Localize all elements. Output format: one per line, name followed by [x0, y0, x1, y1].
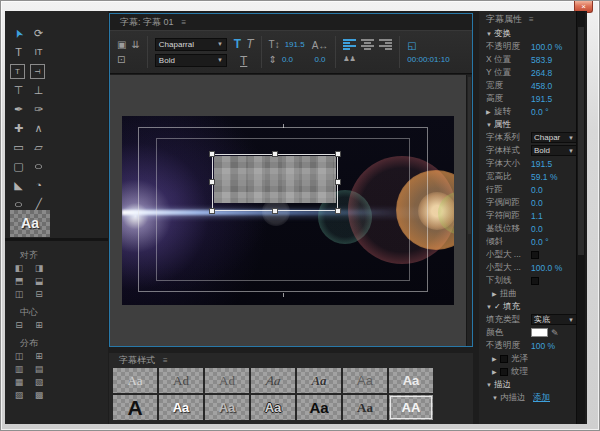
align-text-left-button[interactable] — [343, 39, 356, 50]
center-horizontal-icon[interactable]: ⊟ — [12, 319, 26, 332]
y-position-value[interactable]: 264.8 — [531, 68, 552, 78]
small-caps-size-value[interactable]: 100.0 % — [531, 263, 562, 273]
bold-button[interactable]: T — [234, 37, 241, 51]
roll-crawl-icon[interactable]: ⇊ — [131, 39, 139, 51]
align-top-icon[interactable]: ⬒ — [12, 275, 26, 288]
rectangle-tool-icon[interactable]: ▭ — [10, 139, 27, 157]
style-swatch[interactable]: Aa — [389, 368, 433, 393]
templates-icon[interactable]: ⊡ — [117, 54, 125, 66]
properties-scrollbar[interactable] — [576, 11, 585, 424]
properties-section-header[interactable]: ▼属性 — [479, 118, 585, 131]
align-text-center-button[interactable] — [361, 39, 374, 50]
align-hcenter-icon[interactable]: ◫ — [12, 288, 26, 301]
distribute-top-icon[interactable]: ⊞ — [32, 350, 46, 363]
align-text-right-button[interactable] — [379, 39, 392, 50]
vertical-area-type-tool-icon[interactable]: T — [30, 64, 45, 79]
designer-canvas[interactable] — [110, 75, 472, 346]
underline-checkbox[interactable] — [531, 277, 539, 285]
selection-handle[interactable] — [335, 179, 341, 185]
scrollbar-thumb[interactable] — [578, 27, 584, 255]
fill-checkbox[interactable]: ✓ — [494, 302, 503, 311]
wedge-tool-icon[interactable]: ◣ — [10, 177, 27, 195]
slant-value[interactable]: 0.0 ° — [531, 237, 549, 247]
tracking-value[interactable]: 1.1 — [531, 211, 543, 221]
pill-tool-icon[interactable]: ○ — [30, 158, 47, 176]
show-background-video-icon[interactable]: ◱ — [407, 40, 416, 52]
selection-handle[interactable] — [209, 208, 215, 214]
selection-tool-icon[interactable]: ➤ — [10, 25, 27, 43]
align-left-icon[interactable]: ◧ — [12, 262, 26, 275]
font-style-dropdown[interactable]: Bold▼ — [531, 145, 577, 156]
x-position-value[interactable]: 583.9 — [531, 55, 552, 65]
selection-handle[interactable] — [272, 208, 278, 214]
color-swatch[interactable] — [531, 328, 548, 337]
align-bottom-icon[interactable]: ⬓ — [32, 275, 46, 288]
baseline-shift-value[interactable]: 0.0 — [531, 224, 543, 234]
style-swatch[interactable]: Aa — [297, 395, 341, 420]
font-size-value[interactable]: 191.5 — [531, 159, 552, 169]
width-value[interactable]: 458.0 — [531, 81, 552, 91]
background-video-timecode[interactable]: 00:00:01:10 — [407, 55, 449, 64]
style-swatch-selected[interactable]: AA — [389, 395, 433, 420]
triangle-closed-icon[interactable]: ▶ — [486, 108, 494, 115]
font-style-dropdown[interactable]: Bold ▼ — [155, 54, 227, 67]
area-type-tool-icon[interactable]: T — [10, 64, 25, 79]
triangle-closed-icon[interactable]: ▶ — [492, 368, 500, 375]
underline-button[interactable]: T — [240, 54, 247, 68]
height-value[interactable]: 191.5 — [531, 94, 552, 104]
title-text-censored[interactable] — [214, 156, 336, 203]
leading-value[interactable]: 0.0 — [531, 185, 543, 195]
style-swatch[interactable]: Ad — [205, 368, 249, 393]
distribute-vgap-icon[interactable]: ▩ — [32, 389, 46, 402]
align-vcenter-icon[interactable]: ⊟ — [32, 288, 46, 301]
triangle-closed-icon[interactable]: ▶ — [492, 290, 500, 297]
style-swatch[interactable]: Aa — [297, 368, 341, 393]
video-preview[interactable] — [122, 116, 454, 305]
style-swatch[interactable]: A — [113, 395, 157, 420]
pen-tool-icon[interactable]: ✒ — [10, 101, 27, 119]
distribute-vcenter-icon[interactable]: ▤ — [32, 363, 46, 376]
path-type-tool-icon[interactable]: ⊤ — [10, 82, 27, 100]
style-swatch[interactable]: Aa — [343, 395, 387, 420]
italic-button[interactable]: T — [246, 37, 253, 51]
panel-menu-icon[interactable]: ≡ — [182, 18, 187, 27]
texture-checkbox[interactable] — [500, 368, 508, 376]
style-swatch[interactable]: Aa — [113, 368, 157, 393]
style-swatch[interactable]: Aa — [205, 395, 249, 420]
small-caps-checkbox[interactable] — [531, 251, 539, 259]
fill-type-dropdown[interactable]: 实底▼ — [531, 314, 577, 325]
tab-stops-icon[interactable]: ♟♟ — [343, 53, 356, 65]
scrollbar-thumb[interactable] — [468, 77, 471, 234]
arc-tool-icon[interactable]: ◔ — [30, 177, 47, 195]
eyedropper-icon[interactable]: ✎ — [551, 328, 559, 338]
transform-section-header[interactable]: ▼变换 — [479, 27, 585, 40]
center-vertical-icon[interactable]: ⊞ — [32, 319, 46, 332]
canvas-scrollbar[interactable] — [466, 75, 472, 346]
selection-handle[interactable] — [335, 208, 341, 214]
distribute-left-icon[interactable]: ◫ — [12, 350, 26, 363]
distribute-right-icon[interactable]: ▦ — [12, 376, 26, 389]
new-title-icon[interactable]: ▣ — [117, 39, 126, 51]
style-swatch[interactable]: Ad — [159, 368, 203, 393]
font-family-dropdown[interactable]: Chapar▼ — [531, 132, 577, 143]
align-right-icon[interactable]: ◨ — [32, 262, 46, 275]
font-browser-preview[interactable]: Aa — [10, 210, 50, 237]
panel-menu-icon[interactable]: ≡ — [163, 356, 168, 365]
fill-opacity-value[interactable]: 100 % — [531, 341, 555, 351]
rotation-tool-icon[interactable]: ⟳ — [30, 25, 47, 43]
fill-section-header[interactable]: 填充 — [503, 301, 520, 313]
distribute-bottom-icon[interactable]: ▧ — [32, 376, 46, 389]
triangle-open-icon[interactable]: ▼ — [492, 395, 500, 401]
opacity-value[interactable]: 100.0 % — [531, 42, 562, 52]
vertical-type-tool-icon[interactable]: IT — [30, 44, 47, 62]
triangle-closed-icon[interactable]: ▶ — [492, 355, 500, 362]
distribute-hcenter-icon[interactable]: ▥ — [12, 363, 26, 376]
leading-value[interactable]: 0.0 — [282, 55, 293, 64]
clipped-rectangle-tool-icon[interactable]: ▱ — [30, 139, 47, 157]
sheen-checkbox[interactable] — [500, 355, 508, 363]
style-swatch[interactable]: Aa — [251, 395, 295, 420]
strokes-section-header[interactable]: 描边 — [494, 379, 511, 391]
style-swatch[interactable]: Aa — [343, 368, 387, 393]
type-tool-icon[interactable]: T — [10, 44, 27, 62]
convert-anchor-tool-icon[interactable]: ∧ — [30, 120, 47, 138]
